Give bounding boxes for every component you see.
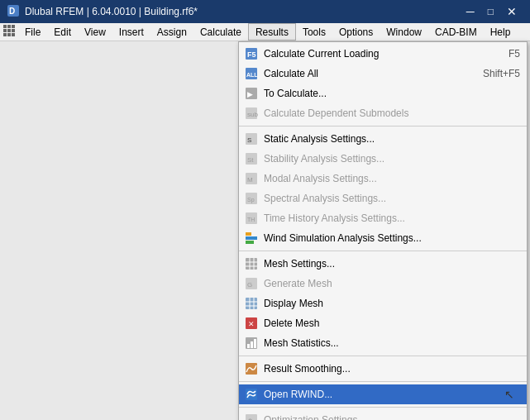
menu-options[interactable]: Options bbox=[332, 23, 380, 41]
calc-current-shortcut: F5 bbox=[509, 48, 520, 60]
smoothing-label: Result Smoothing... bbox=[264, 363, 520, 375]
static-label: Static Analysis Settings... bbox=[264, 133, 520, 145]
mesh-settings-label: Mesh Settings... bbox=[264, 258, 520, 270]
menu-item-delete-mesh[interactable]: ✕ Delete Mesh bbox=[239, 313, 527, 333]
menu-item-optimization[interactable]: ⚙ Optimization Settings... bbox=[239, 410, 527, 420]
cursor-indicator: ↖ bbox=[504, 388, 514, 401]
delete-mesh-label: Delete Mesh bbox=[264, 317, 520, 329]
menu-edit[interactable]: Edit bbox=[47, 23, 78, 41]
opt-icon: ⚙ bbox=[242, 412, 260, 420]
menu-insert[interactable]: Insert bbox=[112, 23, 150, 41]
menu-item-result-smoothing[interactable]: Result Smoothing... bbox=[239, 359, 527, 379]
svg-text:D: D bbox=[9, 7, 15, 16]
svg-rect-39 bbox=[246, 298, 257, 309]
menu-item-time-history[interactable]: TH Time History Analysis Settings... bbox=[239, 208, 527, 228]
calc-all-shortcut: Shift+F5 bbox=[483, 68, 520, 79]
menu-item-modal-analysis[interactable]: M Modal Analysis Settings... bbox=[239, 169, 527, 189]
titlebar: D Dlubal RFEM | 6.04.0010 | Building.rf6… bbox=[0, 0, 530, 23]
menu-results[interactable]: Results bbox=[248, 23, 296, 41]
display-mesh-label: Display Mesh bbox=[264, 298, 520, 309]
menu-item-open-rwind[interactable]: Open RWIND... ↖ bbox=[239, 384, 527, 404]
svg-rect-10 bbox=[12, 33, 15, 36]
svg-rect-8 bbox=[3, 33, 7, 36]
svg-text:sub: sub bbox=[247, 111, 258, 118]
stability-label: Stability Analysis Settings... bbox=[264, 153, 520, 165]
menu-item-generate-mesh[interactable]: G Generate Mesh bbox=[239, 274, 527, 294]
generate-mesh-label: Generate Mesh bbox=[264, 278, 520, 289]
menu-help[interactable]: Help bbox=[484, 23, 518, 41]
menu-file[interactable]: File bbox=[18, 23, 47, 41]
spectral-label: Spectral Analysis Settings... bbox=[264, 193, 520, 204]
calc-current-label: Calculate Current Loading bbox=[264, 48, 492, 60]
separator-1 bbox=[239, 126, 527, 126]
menu-item-calculate-all[interactable]: ALL Calculate All Shift+F5 bbox=[239, 64, 527, 84]
wind-icon bbox=[242, 230, 260, 246]
menu-calculate[interactable]: Calculate bbox=[193, 23, 248, 41]
smoothing-icon bbox=[242, 360, 260, 377]
menu-view[interactable]: View bbox=[78, 23, 112, 41]
calc-dep-icon: sub bbox=[242, 105, 260, 122]
svg-rect-5 bbox=[3, 29, 7, 32]
menu-item-stability-analysis[interactable]: St Stability Analysis Settings... bbox=[239, 149, 527, 169]
svg-rect-49 bbox=[254, 339, 256, 348]
menu-item-wind-simulation[interactable]: Wind Simulation Analysis Settings... bbox=[239, 228, 527, 248]
wind-label: Wind Simulation Analysis Settings... bbox=[264, 232, 520, 244]
menu-item-calculate-current[interactable]: F5 Calculate Current Loading F5 bbox=[239, 44, 527, 64]
svg-text:S: S bbox=[247, 136, 251, 144]
calc-all-label: Calculate All bbox=[264, 68, 466, 79]
svg-text:F5: F5 bbox=[247, 50, 256, 59]
svg-text:✕: ✕ bbox=[248, 320, 255, 328]
to-calc-icon: ▶ bbox=[242, 85, 260, 102]
svg-text:TH: TH bbox=[247, 217, 255, 222]
menu-item-display-mesh[interactable]: Display Mesh bbox=[239, 294, 527, 313]
window-close[interactable]: ✕ bbox=[500, 5, 523, 18]
static-icon: S bbox=[242, 131, 260, 147]
generate-mesh-icon: G bbox=[242, 275, 260, 292]
time-icon: TH bbox=[242, 210, 260, 227]
svg-rect-31 bbox=[246, 241, 254, 244]
svg-rect-4 bbox=[12, 25, 15, 28]
menu-window[interactable]: Window bbox=[380, 23, 428, 41]
svg-rect-6 bbox=[7, 29, 11, 32]
separator-4 bbox=[239, 381, 527, 382]
menu-item-to-calculate[interactable]: ▶ To Calculate... bbox=[239, 84, 527, 103]
menu-item-mesh-settings[interactable]: Mesh Settings... bbox=[239, 254, 527, 274]
svg-text:Sp: Sp bbox=[247, 197, 255, 203]
menu-assign[interactable]: Assign bbox=[150, 23, 193, 41]
titlebar-text: Dlubal RFEM | 6.04.0010 | Building.rf6* bbox=[25, 6, 198, 17]
menubar: File Edit View Insert Assign Calculate R… bbox=[0, 23, 530, 41]
app-icon: D bbox=[7, 4, 20, 20]
menu-cadbim[interactable]: CAD-BIM bbox=[428, 23, 484, 41]
svg-text:M: M bbox=[247, 176, 253, 184]
stability-icon: St bbox=[242, 150, 260, 167]
results-dropdown: F5 Calculate Current Loading F5 ALL Calc… bbox=[238, 41, 528, 420]
window-minimize[interactable]: ─ bbox=[460, 5, 481, 18]
svg-rect-7 bbox=[12, 29, 15, 32]
to-calc-label: To Calculate... bbox=[264, 88, 520, 99]
menu-item-mesh-statistics[interactable]: Mesh Statistics... bbox=[239, 333, 527, 353]
menu-tools[interactable]: Tools bbox=[296, 23, 332, 41]
rwind-icon bbox=[242, 386, 260, 403]
time-label: Time History Analysis Settings... bbox=[264, 212, 520, 224]
svg-rect-29 bbox=[246, 232, 251, 236]
modal-label: Modal Analysis Settings... bbox=[264, 173, 520, 184]
display-mesh-icon bbox=[242, 295, 260, 312]
svg-rect-48 bbox=[251, 341, 253, 348]
calc-current-icon: F5 bbox=[242, 45, 260, 62]
svg-rect-32 bbox=[246, 258, 257, 270]
menu-item-calc-dependent[interactable]: sub Calculate Dependent Submodels bbox=[239, 103, 527, 123]
svg-rect-3 bbox=[7, 25, 11, 28]
svg-rect-9 bbox=[7, 33, 11, 36]
opt-label: Optimization Settings... bbox=[264, 414, 520, 420]
menu-item-static-analysis[interactable]: S Static Analysis Settings... bbox=[239, 129, 527, 149]
calc-all-icon: ALL bbox=[242, 65, 260, 82]
toolbar-icon bbox=[3, 25, 15, 39]
svg-rect-2 bbox=[3, 25, 7, 28]
svg-rect-30 bbox=[246, 236, 257, 240]
rwind-label: Open RWIND... bbox=[264, 389, 520, 400]
svg-rect-47 bbox=[247, 344, 250, 348]
menu-item-spectral-analysis[interactable]: Sp Spectral Analysis Settings... bbox=[239, 189, 527, 208]
delete-mesh-icon: ✕ bbox=[242, 315, 260, 332]
svg-text:ALL: ALL bbox=[246, 72, 258, 78]
window-maximize[interactable]: □ bbox=[481, 6, 500, 17]
